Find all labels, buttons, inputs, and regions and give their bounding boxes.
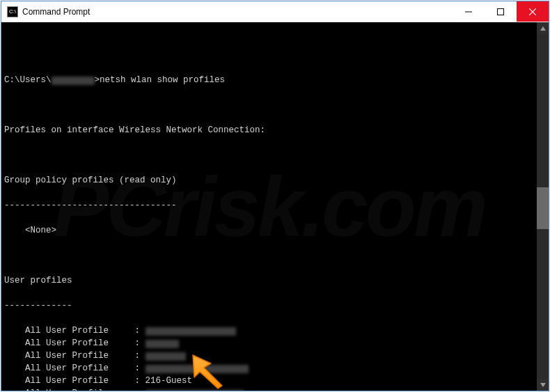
- close-button[interactable]: [517, 1, 549, 22]
- scroll-down-arrow[interactable]: [537, 379, 549, 391]
- profile-row-label: All User Profile :: [4, 338, 146, 348]
- scroll-up-arrow[interactable]: [537, 22, 549, 34]
- terminal-lines: C:\Users\xxxxxxx>netsh wlan show profile…: [4, 61, 534, 391]
- interface-heading: Profiles on interface Wireless Network C…: [4, 124, 534, 136]
- content-area: PCrisk.com C:\Users\xxxxxxx>netsh wlan s…: [1, 22, 549, 391]
- redacted-user: xxxxxxx: [52, 77, 95, 85]
- profile-row-label: All User Profile :: [4, 326, 146, 336]
- profile-row-label: All User Profile :: [4, 351, 146, 361]
- vertical-scrollbar[interactable]: [537, 22, 549, 391]
- redacted-value: x: [146, 340, 179, 348]
- profile-row-label: All User Profile :: [4, 363, 146, 373]
- scroll-track[interactable]: [537, 34, 549, 379]
- none-row: <None>: [4, 224, 534, 237]
- group-policy-title: Group policy profiles (read only): [4, 174, 534, 187]
- cmd-icon: C:\: [7, 6, 18, 17]
- window-title: Command Prompt: [22, 7, 453, 17]
- profile-value: 216-Guest: [146, 376, 193, 386]
- redacted-value: x: [146, 365, 249, 373]
- user-profiles-title: User profiles: [4, 274, 534, 287]
- svg-rect-1: [498, 8, 504, 15]
- profile-row-label: All User Profile :: [4, 376, 146, 386]
- redacted-value: x: [146, 352, 186, 361]
- maximize-button[interactable]: [485, 1, 517, 22]
- minimize-button[interactable]: [453, 1, 485, 22]
- titlebar[interactable]: C:\ Command Prompt: [1, 1, 549, 22]
- redacted-value: x: [146, 390, 244, 391]
- profile-row: All User Profile : x: [4, 324, 534, 337]
- profile-row-label: All User Profile :: [4, 389, 146, 391]
- prompt-path: C:\Users\: [4, 75, 52, 85]
- profile-row: All User Profile : x: [4, 337, 534, 350]
- profile-row: All User Profile : 216-Guest: [4, 375, 534, 387]
- dashes: -------------: [4, 299, 534, 312]
- command-prompt-window: C:\ Command Prompt PCrisk.com C:\Users\x…: [1, 1, 549, 391]
- dashes: ---------------------------------: [4, 199, 534, 212]
- profile-row: All User Profile : x: [4, 387, 534, 391]
- command-text: netsh wlan show profiles: [100, 75, 225, 85]
- profile-row: All User Profile : x: [4, 362, 534, 375]
- profile-row: All User Profile : x: [4, 350, 534, 362]
- redacted-value: x: [146, 327, 236, 336]
- terminal-output[interactable]: PCrisk.com C:\Users\xxxxxxx>netsh wlan s…: [1, 22, 537, 391]
- window-controls: [453, 1, 549, 22]
- scroll-thumb[interactable]: [537, 187, 549, 229]
